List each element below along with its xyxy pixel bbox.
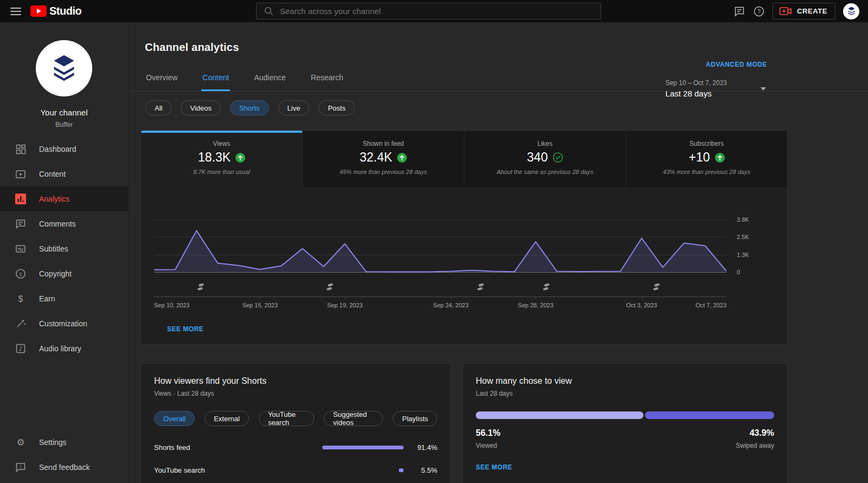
x-axis-tick <box>451 297 451 299</box>
shorts-marker-icon <box>326 283 334 291</box>
date-range-picker[interactable]: Sep 10 – Oct 7, 2023 Last 28 days <box>666 79 766 98</box>
chip-overall[interactable]: Overall <box>154 411 195 426</box>
page-header: Channel analytics ADVANCED MODE Overview… <box>141 41 788 92</box>
dashboard-icon <box>15 144 27 154</box>
svg-text:?: ? <box>757 8 761 15</box>
sidebar-item-content[interactable]: Content <box>0 162 128 186</box>
traffic-source-chips: Overall External YouTube search Suggeste… <box>154 411 437 426</box>
sidebar-item-customization[interactable]: Customization <box>0 311 128 336</box>
channel-avatar[interactable] <box>36 40 92 96</box>
sidebar-item-label: Dashboard <box>39 145 76 153</box>
sidebar-item-comments[interactable]: Comments <box>0 211 128 236</box>
create-video-icon <box>779 7 792 16</box>
copyright-icon: c <box>15 268 27 279</box>
account-avatar[interactable] <box>843 3 859 20</box>
metric-tab-likes[interactable]: Likes 340 About the same as previous 28 … <box>464 131 626 188</box>
youtube-studio-logo[interactable]: Studio <box>30 5 81 17</box>
y-axis-tick-label: 0 <box>737 269 740 275</box>
filter-videos[interactable]: Videos <box>181 100 221 115</box>
sidebar-item-label: Analytics <box>39 195 69 203</box>
filter-all[interactable]: All <box>145 100 171 115</box>
settings-gear-icon: ⚙ <box>15 437 27 448</box>
traffic-row-youtube-search[interactable]: YouTube search 5.5% <box>154 466 437 474</box>
sidebar-nav: Dashboard Content Analytics Comments <box>0 137 128 361</box>
chose-to-view-card: How many chose to view Last 28 days 56.1… <box>462 363 788 483</box>
y-axis-tick-label: 3.8K <box>737 216 749 223</box>
create-label: CREATE <box>797 7 827 15</box>
trend-up-icon <box>715 153 725 163</box>
chevron-down-icon <box>761 87 766 91</box>
comments-icon <box>15 218 27 229</box>
sidebar-item-send-feedback[interactable]: ! Send feedback <box>0 455 128 480</box>
swiped-stat: 43.9% Swiped away <box>736 428 774 449</box>
sidebar-item-label: Earn <box>39 294 55 303</box>
sidebar-item-analytics[interactable]: Analytics <box>0 186 128 211</box>
main-content: Channel analytics ADVANCED MODE Overview… <box>129 22 868 483</box>
views-line-chart: Sep 10, 2023Sep 15, 2023Sep 19, 2023Sep … <box>141 188 787 344</box>
sidebar-item-subtitles[interactable]: Subtitles <box>0 236 128 261</box>
advanced-mode-link[interactable]: ADVANCED MODE <box>706 61 767 68</box>
audio-library-icon: ♪ <box>15 343 27 354</box>
viewed-bar-segment <box>476 411 643 419</box>
sidebar-item-settings[interactable]: ⚙ Settings <box>0 430 128 455</box>
sidebar-item-earn[interactable]: $ Earn <box>0 286 128 311</box>
card-title: How viewers find your Shorts <box>154 376 437 386</box>
filter-shorts[interactable]: Shorts <box>230 100 269 115</box>
metric-tabs: Views 18.3K 8.7K more than usual Shown i… <box>141 131 787 188</box>
chip-youtube-search[interactable]: YouTube search <box>259 411 314 426</box>
search-input[interactable] <box>280 7 601 16</box>
customization-icon <box>15 318 27 329</box>
filter-posts[interactable]: Posts <box>318 100 355 115</box>
tab-audience[interactable]: Audience <box>253 67 286 91</box>
chip-external[interactable]: External <box>205 411 249 426</box>
svg-text:c: c <box>20 271 22 277</box>
youtube-play-icon <box>30 5 47 17</box>
chip-playlists[interactable]: Playlists <box>393 411 437 426</box>
chart-y-labels: 3.8K2.5K1.3K0 <box>726 212 787 311</box>
x-axis-tick <box>345 297 346 299</box>
tab-research[interactable]: Research <box>310 67 344 91</box>
viewed-vs-swiped-bar <box>476 411 774 419</box>
topbar: Studio ? CREATE <box>0 0 868 22</box>
date-range-text: Sep 10 – Oct 7, 2023 <box>666 79 727 87</box>
swiped-bar-segment <box>645 411 774 419</box>
sidebar-item-audio-library[interactable]: ♪ Audio library <box>0 336 128 361</box>
trend-up-icon <box>397 153 407 163</box>
sidebar-item-copyright[interactable]: c Copyright <box>0 261 128 286</box>
shorts-marker-icon <box>653 283 660 291</box>
x-axis-tick <box>642 297 642 299</box>
chart-plot[interactable] <box>154 212 726 280</box>
how-viewers-find-card: How viewers find your Shorts Views · Las… <box>141 363 451 483</box>
tab-overview[interactable]: Overview <box>145 67 178 91</box>
traffic-row-shorts-feed[interactable]: Shorts feed 91.4% <box>154 443 437 452</box>
content-icon <box>15 169 27 179</box>
viewed-stat: 56.1% Viewed <box>476 428 500 449</box>
metric-tab-shown-in-feed[interactable]: Shown in feed 32.4K 45% more than previo… <box>302 131 464 188</box>
logo-text: Studio <box>49 5 81 17</box>
svg-text:$: $ <box>18 294 23 304</box>
metric-tab-subscribers[interactable]: Subscribers +10 43% more than previous 2… <box>626 131 787 188</box>
trend-up-icon <box>235 153 245 163</box>
help-icon[interactable]: ? <box>753 5 765 17</box>
sidebar: Your channel Buffer Dashboard Content <box>0 22 129 483</box>
svg-text:♪: ♪ <box>18 345 22 352</box>
channel-handle: Buffer <box>0 121 128 128</box>
menu-icon[interactable] <box>10 5 21 17</box>
filter-live[interactable]: Live <box>278 100 310 115</box>
page-title: Channel analytics <box>145 41 788 54</box>
view-card-see-more-link[interactable]: SEE MORE <box>476 463 512 471</box>
sidebar-item-dashboard[interactable]: Dashboard <box>0 137 128 162</box>
shorts-marker-icon <box>477 283 484 291</box>
sidebar-item-label: Subtitles <box>39 244 68 253</box>
tab-content[interactable]: Content <box>201 67 230 91</box>
metric-tab-views[interactable]: Views 18.3K 8.7K more than usual <box>141 131 302 188</box>
chip-suggested-videos[interactable]: Suggested videos <box>324 411 383 426</box>
sidebar-item-label: Comments <box>39 220 76 228</box>
chart-see-more-link[interactable]: SEE MORE <box>167 325 203 333</box>
subtitles-icon <box>15 243 27 254</box>
feedback-icon[interactable] <box>733 5 745 17</box>
x-axis-tick-label: Oct 3, 2023 <box>626 302 657 308</box>
search-icon <box>264 7 273 16</box>
create-button[interactable]: CREATE <box>773 3 835 20</box>
search-bar[interactable] <box>256 3 601 20</box>
